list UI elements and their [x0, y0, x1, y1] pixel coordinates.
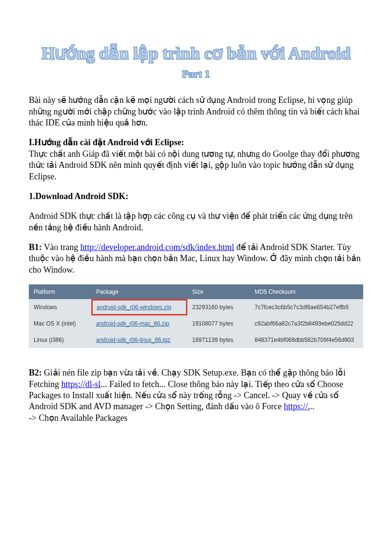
b2-label: B2: [29, 368, 42, 377]
th-size: Size [187, 285, 250, 299]
cell-platform: Linux (i386) [29, 332, 91, 348]
section-1-body: Thực chất anh Giáp đã viết một bài có nộ… [29, 149, 359, 181]
cell-size: 16971139 bytes [187, 332, 250, 348]
cell-package: android-sdk_r06-windows.zip [91, 299, 187, 315]
cell-md5: c92abf66a82c7a3f2b8493ebe025dd22 [250, 315, 363, 332]
step-b2: B2: Giải nén file zip bạn vừa tải về. Ch… [29, 367, 363, 424]
cell-md5: 7c7fcec3c6b5c7c3df6ae654b27effb5 [250, 299, 363, 315]
intro-paragraph: Bài này sẽ hướng dẫn cặn kẽ mọi người cá… [29, 95, 363, 128]
th-package: Package [91, 285, 187, 299]
package-link[interactable]: android-sdk_r06-mac_86.zip [96, 320, 169, 327]
package-link[interactable]: android-sdk_r06-linux_86.tgz [96, 337, 171, 343]
th-platform: Platform [29, 285, 91, 299]
th-md5: MD5 Checksum [250, 285, 363, 299]
download-table: Platform Package Size MD5 Checksum Windo… [29, 284, 363, 348]
step-b1: B1: Vào trang http://developer.android.c… [29, 242, 363, 276]
dl-sl-link[interactable]: https://dl-sl [61, 379, 101, 389]
table-row: Windowsandroid-sdk_r06-windows.zip232931… [29, 299, 363, 315]
cell-package: android-sdk_r06-mac_86.zip [91, 315, 187, 332]
page-subtitle: Part 1 [29, 68, 363, 80]
section-1-sub: 1.Download Android SDK: [29, 191, 363, 202]
sdk-description: Android SDK thực chất là tập hợp các côn… [29, 211, 363, 233]
table-row: Mac OS X (intel)android-sdk_r06-mac_86.z… [29, 315, 363, 332]
cell-platform: Mac OS X (intel) [29, 315, 91, 332]
table-row: Linux (i386)android-sdk_r06-linux_86.tgz… [29, 332, 363, 348]
b1-label: B1: [29, 242, 42, 252]
cell-size: 23293160 bytes [187, 299, 250, 315]
section-1: I.Hướng dẫn cài đặt Android với Eclipse:… [29, 137, 363, 182]
b2-last-line: -> Chọn Available Packages [29, 413, 127, 423]
cell-size: 19108077 bytes [187, 315, 250, 332]
section-1-heading: I.Hướng dẫn cài đặt Android với Eclipse: [29, 138, 184, 147]
cell-package: android-sdk_r06-linux_86.tgz [91, 332, 187, 348]
cell-md5: 848371e4bf068dbb582b709f4e56d903 [250, 332, 363, 348]
force-https-link[interactable]: https://. [284, 402, 310, 411]
page-title: Hướng dẫn lập trình cơ bản với Android [29, 43, 363, 64]
sdk-index-link[interactable]: http://developer.android.com/sdk/index.h… [80, 242, 234, 252]
package-link[interactable]: android-sdk_r06-windows.zip [97, 304, 171, 311]
cell-platform: Windows [29, 299, 91, 315]
